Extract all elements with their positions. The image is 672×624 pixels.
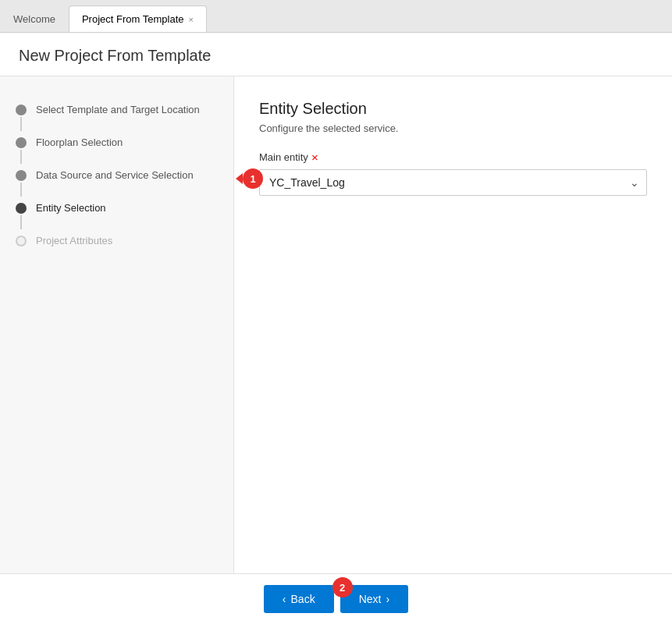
step-line-4 <box>20 215 22 229</box>
next-button[interactable]: Next › 2 <box>340 585 408 613</box>
main-area: New Project From Template Select Templat… <box>0 33 672 624</box>
step-line-3 <box>20 183 22 197</box>
back-chevron-icon: ‹ <box>283 593 286 605</box>
step-line-1 <box>20 117 22 131</box>
field-label-main-entity: Main entity × <box>259 151 647 163</box>
step-label-2: Floorplan Selection <box>36 136 123 150</box>
step-label-4: Entity Selection <box>36 201 106 215</box>
required-star: × <box>311 151 318 163</box>
back-button[interactable]: ‹ Back <box>264 585 334 613</box>
footer: ‹ Back Next › 2 <box>0 573 672 624</box>
close-tab-icon[interactable]: × <box>188 15 193 24</box>
tab-welcome[interactable]: Welcome <box>0 5 69 32</box>
tab-project-from-template[interactable]: Project From Template × <box>69 5 207 32</box>
next-chevron-icon: › <box>386 593 389 605</box>
step-dot-1 <box>16 105 27 115</box>
tab-welcome-label: Welcome <box>13 13 55 25</box>
step-label-5: Project Attributes <box>36 234 112 248</box>
annotation-badge-1: 1 <box>243 168 263 189</box>
steps-panel: Select Template and Target Location Floo… <box>0 76 234 573</box>
back-label: Back <box>291 593 315 605</box>
next-label: Next <box>359 593 382 605</box>
tab-project-label: Project From Template <box>82 13 184 25</box>
step-label-3: Data Source and Service Selection <box>36 168 194 183</box>
entity-select-wrapper: YC_Travel_LogYC_EmployeeYC_Department ⌄ <box>259 169 647 196</box>
annotation-badge-2: 2 <box>332 577 353 597</box>
right-panel: Entity Selection Configure the selected … <box>234 76 672 573</box>
page-title: New Project From Template <box>0 33 672 76</box>
badge-arrow-icon <box>236 173 243 184</box>
step-dot-4 <box>16 203 27 214</box>
step-dot-5 <box>16 236 27 246</box>
tab-bar: Welcome Project From Template × <box>0 0 672 33</box>
step-line-2 <box>20 150 22 164</box>
section-subtitle: Configure the selected service. <box>259 122 647 134</box>
content-area: Select Template and Target Location Floo… <box>0 76 672 573</box>
entity-select[interactable]: YC_Travel_LogYC_EmployeeYC_Department <box>259 169 647 196</box>
annotation-badge-1-container: 1 <box>236 168 263 189</box>
step-dot-3 <box>16 170 27 181</box>
section-title: Entity Selection <box>259 100 647 118</box>
step-dot-2 <box>16 137 27 148</box>
step-label-1: Select Template and Target Location <box>36 103 200 117</box>
